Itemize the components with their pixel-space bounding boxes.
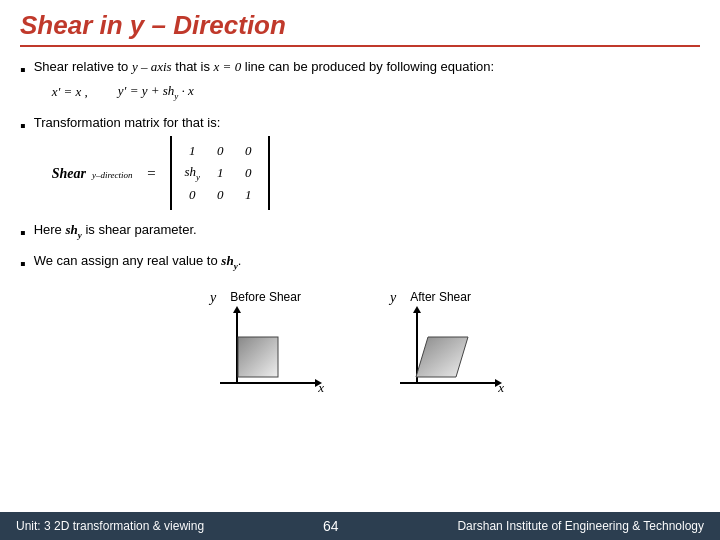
after-shape-svg [408,307,488,382]
bullet-symbol-4: ▪ [20,252,26,276]
shy-ref-3: shy [65,222,81,237]
equation-line: x′ = x , y′ = y + shy · x [52,81,700,103]
bullet-1: ▪ Shear relative to y – axis that is x =… [20,57,700,107]
y-axis-ref: y – axis [132,59,172,74]
equals-sign: = [143,162,161,185]
shear-subscript: y–direction [92,163,133,183]
before-shape-svg [230,307,300,382]
m22: 1 [245,185,252,205]
before-diagram-top: y Before Shear [210,290,301,306]
before-label: Before Shear [230,290,301,304]
bullet-text-4: We can assign any real value to shy. [34,251,700,273]
after-canvas: x [390,306,510,396]
eq-yprime: y′ = y + shy · x [118,81,194,103]
content-area: ▪ Shear relative to y – axis that is x =… [20,57,700,512]
bullet-3: ▪ Here shy is shear parameter. [20,220,700,245]
diagrams-row: y Before Shear [20,290,700,396]
before-shear-diagram: y Before Shear [210,290,330,396]
bullet-symbol-3: ▪ [20,221,26,245]
m10: shy [184,162,200,184]
bullet-2: ▪ Transformation matrix for that is: She… [20,113,700,215]
svg-rect-0 [238,337,278,377]
bullet-text-2: Transformation matrix for that is: Shear… [34,113,700,215]
shy-ref-4: shy [221,253,237,268]
x-eq-0: x = 0 [214,59,242,74]
matrix-container: Sheary–direction = 1 0 0 shy 1 0 0 0 1 [52,136,700,210]
footer-page: 64 [323,518,339,534]
after-x-axis [400,382,500,384]
before-canvas: x [210,306,330,396]
after-x-label: x [498,380,504,396]
eq-xprime: x′ = x , [52,82,88,102]
before-x-axis [220,382,320,384]
m02: 0 [245,141,252,161]
page: Shear in y – Direction ▪ Shear relative … [0,0,720,540]
m20: 0 [189,185,196,205]
bullet-symbol-2: ▪ [20,114,26,138]
before-y-label: y [210,290,216,306]
svg-marker-1 [416,337,468,377]
m00: 1 [189,141,196,161]
after-label: After Shear [410,290,471,304]
bullet-4: ▪ We can assign any real value to shy. [20,251,700,276]
footer-institute: Darshan Institute of Engineering & Techn… [457,519,704,533]
after-y-label: y [390,290,396,306]
bullet-text-3: Here shy is shear parameter. [34,220,700,242]
shear-label: Shear [52,163,86,184]
after-shear-diagram: y After Shear [390,290,510,396]
footer: Unit: 3 2D transformation & viewing 64 D… [0,512,720,540]
m21: 0 [217,185,224,205]
footer-unit: Unit: 3 2D transformation & viewing [16,519,204,533]
before-x-label: x [318,380,324,396]
m11: 1 [217,163,224,183]
page-title: Shear in y – Direction [20,10,700,47]
m12: 0 [245,163,252,183]
bullet-symbol-1: ▪ [20,58,26,82]
bullet-text-1: Shear relative to y – axis that is x = 0… [34,57,700,107]
m01: 0 [217,141,224,161]
matrix: 1 0 0 shy 1 0 0 0 1 [170,136,270,210]
after-diagram-top: y After Shear [390,290,471,306]
